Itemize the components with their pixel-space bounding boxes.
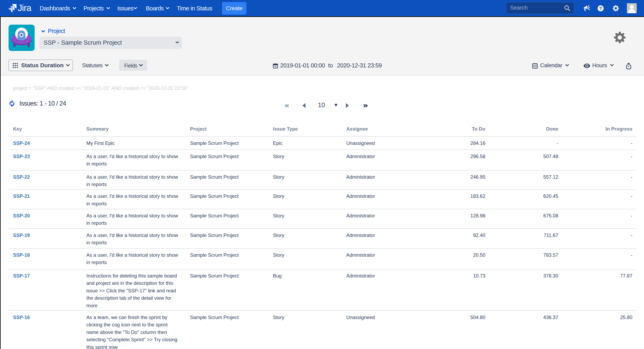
- svg-text:?: ?: [599, 6, 602, 11]
